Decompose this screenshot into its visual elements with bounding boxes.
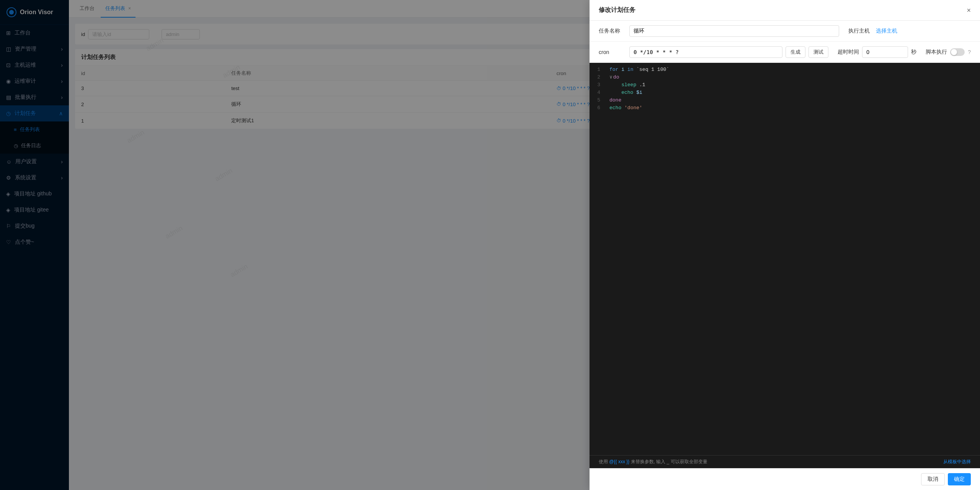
script-exec-label: 脚本执行	[926, 49, 947, 56]
edit-task-modal: 修改计划任务 × 任务名称 执行主机 选择主机 cron 生成 测试 超时时间 …	[590, 0, 980, 490]
timeout-unit: 秒	[911, 49, 916, 56]
timeout-group: 超时时间 秒 脚本执行 ?	[838, 46, 971, 58]
help-icon[interactable]: ?	[968, 49, 971, 55]
cron-row: cron 生成 测试 超时时间 秒 脚本执行 ?	[590, 42, 980, 63]
code-line-1: for i in `seq 1 100`	[609, 66, 975, 74]
modal-close-button[interactable]: ×	[967, 7, 971, 14]
cron-input[interactable]	[629, 46, 782, 58]
exec-host-label: 执行主机	[848, 28, 870, 34]
code-line-6: echo 'done'	[609, 104, 975, 112]
timeout-label: 超时时间	[838, 49, 859, 56]
task-name-input[interactable]	[629, 25, 839, 37]
modal-header: 修改计划任务 ×	[590, 0, 980, 21]
test-button[interactable]: 测试	[808, 46, 828, 58]
code-line-5: done	[609, 97, 975, 104]
task-name-row: 任务名称 执行主机 选择主机	[590, 21, 980, 42]
select-host-button[interactable]: 选择主机	[873, 28, 971, 34]
exec-host-group: 执行主机 选择主机	[848, 28, 971, 34]
modal-body: 任务名称 执行主机 选择主机 cron 生成 测试 超时时间 秒 脚本执行 ?	[590, 21, 980, 468]
code-line-2: ∨do	[609, 74, 975, 81]
script-exec-toggle[interactable]	[950, 48, 965, 56]
editor-hint: 使用 @{{ xxx }} 来替换参数, 输入 _ 可以获取全部变量	[599, 459, 707, 465]
template-link[interactable]: 从模板中选择	[943, 459, 971, 465]
code-line-3: sleep .1	[609, 81, 975, 89]
code-editor-container: 1 2 3 4 5 6 for i in `seq 1 100` ∨do sle…	[590, 63, 980, 468]
line-numbers: 1 2 3 4 5 6	[590, 66, 605, 452]
modal-footer: 取消 确定	[590, 468, 980, 490]
modal-title: 修改计划任务	[599, 6, 635, 14]
confirm-button[interactable]: 确定	[948, 473, 971, 485]
cancel-button[interactable]: 取消	[921, 473, 945, 485]
generate-button[interactable]: 生成	[786, 46, 805, 58]
timeout-input[interactable]	[862, 46, 908, 58]
editor-footer: 使用 @{{ xxx }} 来替换参数, 输入 _ 可以获取全部变量 从模板中选…	[590, 455, 980, 468]
fold-icon[interactable]: ∨	[609, 74, 612, 80]
task-name-label: 任务名称	[599, 28, 629, 34]
code-content: for i in `seq 1 100` ∨do sleep .1 echo $…	[605, 66, 980, 452]
toggle-knob	[951, 49, 957, 55]
code-editor[interactable]: 1 2 3 4 5 6 for i in `seq 1 100` ∨do sle…	[590, 63, 980, 455]
code-line-4: echo $i	[609, 89, 975, 97]
cron-label: cron	[599, 49, 629, 55]
